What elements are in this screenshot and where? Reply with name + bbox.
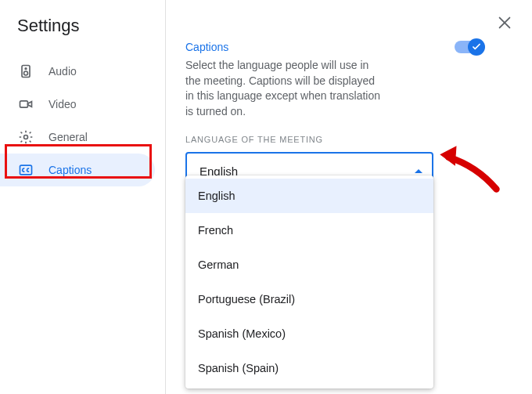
- video-icon: [17, 96, 34, 113]
- captions-toggle[interactable]: [455, 41, 483, 53]
- sidebar-item-label: General: [49, 131, 88, 143]
- svg-rect-5: [20, 165, 32, 175]
- close-button[interactable]: [496, 14, 513, 31]
- sidebar-item-video[interactable]: Video: [0, 88, 164, 121]
- captions-panel: Captions Select the language people will…: [185, 41, 444, 190]
- speaker-icon: [17, 63, 34, 80]
- sidebar-item-label: Captions: [49, 164, 92, 176]
- svg-point-2: [25, 68, 27, 70]
- page-title: Settings: [17, 16, 164, 36]
- vertical-divider: [165, 0, 166, 394]
- close-icon: [496, 14, 513, 31]
- sidebar-item-label: Video: [49, 98, 77, 110]
- sidebar-item-general[interactable]: General: [0, 121, 164, 154]
- dropdown-option[interactable]: Portuguese (Brazil): [185, 282, 433, 316]
- section-header: Captions: [185, 41, 444, 53]
- section-title: Captions: [185, 41, 228, 53]
- sidebar-item-captions[interactable]: Captions: [0, 154, 155, 186]
- svg-point-4: [24, 136, 28, 139]
- check-icon: [471, 42, 482, 52]
- settings-sidebar: Settings Audio Video General: [0, 0, 164, 394]
- sidebar-item-label: Audio: [49, 65, 77, 78]
- dropdown-option[interactable]: German: [185, 248, 433, 282]
- captions-icon: [17, 161, 34, 179]
- language-dropdown-menu: English French German Portuguese (Brazil…: [185, 175, 433, 389]
- field-label: LANGUAGE OF THE MEETING: [185, 135, 444, 144]
- sidebar-item-audio[interactable]: Audio: [0, 55, 164, 88]
- chevron-up-icon: [415, 169, 422, 173]
- section-description: Select the language people will use in t…: [185, 58, 381, 119]
- annotation-arrow: [437, 129, 503, 196]
- svg-point-1: [24, 71, 28, 75]
- gear-icon: [17, 128, 34, 146]
- dropdown-option[interactable]: Spanish (Mexico): [185, 316, 433, 351]
- svg-rect-3: [20, 101, 28, 107]
- dropdown-option[interactable]: English: [185, 179, 433, 213]
- dropdown-option[interactable]: Spanish (Spain): [185, 351, 433, 385]
- dropdown-option[interactable]: French: [185, 213, 433, 248]
